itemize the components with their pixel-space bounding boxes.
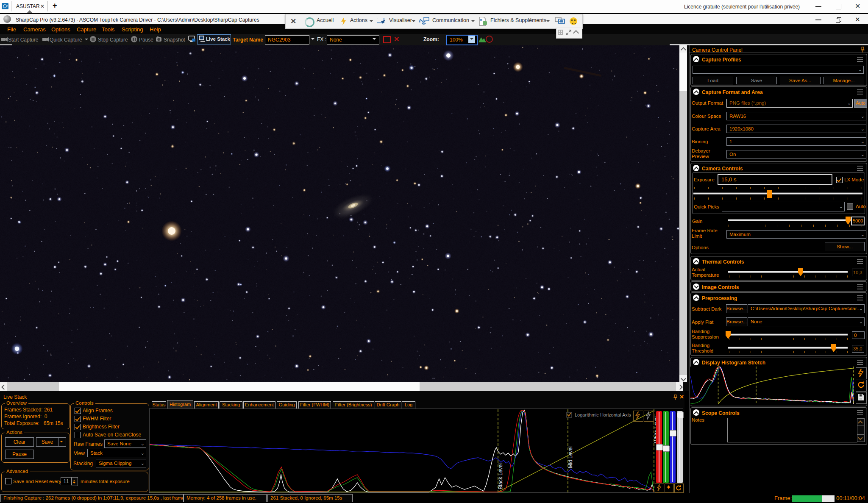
svg-text:Mid Level: Mid Level bbox=[568, 446, 573, 468]
svg-text:Logarithmic Horizontal Axis: Logarithmic Horizontal Axis bbox=[575, 412, 631, 417]
svg-text:Black Level: Black Level bbox=[498, 463, 504, 489]
